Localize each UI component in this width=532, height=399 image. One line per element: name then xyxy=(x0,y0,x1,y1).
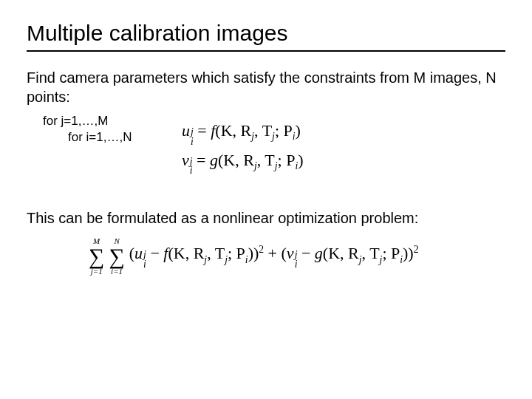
sum-over-j: M ∑ j=1 xyxy=(89,237,104,276)
objective-function: M ∑ j=1 N ∑ i=1 (uji − f(K, Rj, Tj; Pi))… xyxy=(89,237,505,276)
constraint-equations: uji = f(K, Rj, Tj; Pi) vji = g(K, Rj, Tj… xyxy=(182,121,505,176)
slide-title: Multiple calibration images xyxy=(27,21,505,46)
equation-u: uji = f(K, Rj, Tj; Pi) xyxy=(182,121,505,146)
intro-paragraph: Find camera parameters which satisfy the… xyxy=(27,68,505,106)
title-rule xyxy=(27,50,505,52)
formulation-paragraph: This can be formulated as a nonlinear op… xyxy=(27,210,505,227)
equation-v: vji = g(K, Rj, Tj; Pi) xyxy=(182,151,505,176)
sum-over-i: N ∑ i=1 xyxy=(109,237,124,276)
